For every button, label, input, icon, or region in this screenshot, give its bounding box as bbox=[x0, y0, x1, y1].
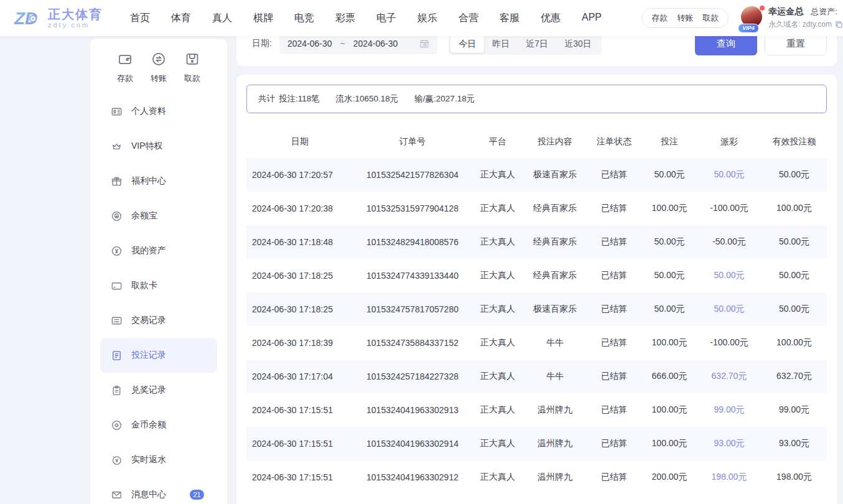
rebate-icon bbox=[111, 454, 123, 466]
table-row[interactable]: 2024-06-30 17:18:48 1015324829418008576 … bbox=[246, 225, 827, 259]
nav-item[interactable]: APP bbox=[582, 12, 602, 25]
cell-status: 已结算 bbox=[586, 158, 642, 192]
cell-content: 牛牛 bbox=[524, 326, 586, 360]
sidebar-menu-item[interactable]: 交易记录 bbox=[100, 303, 217, 338]
sidebar: 存款 转账 取款 个人资料 VIP特权 bbox=[90, 39, 227, 504]
sidebar-menu-item[interactable]: 余额宝 bbox=[100, 198, 217, 233]
date-separator: ~ bbox=[340, 39, 345, 49]
nav-item[interactable]: 优惠 bbox=[541, 12, 561, 25]
quick-action[interactable]: 取款 bbox=[176, 51, 208, 84]
cell-content: 温州牌九 bbox=[524, 393, 586, 427]
cell-platform: 正大真人 bbox=[472, 259, 524, 292]
sidebar-menu-item[interactable]: 实时返水 bbox=[100, 442, 217, 477]
table-row[interactable]: 2024-06-30 17:15:51 1015324041963302913 … bbox=[246, 393, 827, 427]
brand-logo[interactable]: ZD 正大体育 zdty.com bbox=[14, 7, 103, 29]
nav-item[interactable]: 电子 bbox=[376, 12, 396, 25]
wallet-action[interactable]: 取款 bbox=[702, 12, 719, 24]
cell-order-id: 1015325315977904128 bbox=[353, 192, 472, 225]
sidebar-menu-item[interactable]: 个人资料 bbox=[100, 94, 217, 129]
cell-bet: 200.00元 bbox=[642, 460, 697, 494]
table-row[interactable]: 2024-06-30 17:18:39 1015324735884337152 … bbox=[246, 326, 827, 360]
table-row[interactable]: 2024-06-30 17:18:25 1015324757817057280 … bbox=[246, 292, 827, 326]
cell-payout: -100.00元 bbox=[710, 337, 748, 347]
cell-bet: 50.00元 bbox=[642, 292, 697, 326]
bet-records-table: 日期订单号平台投注内容注单状态投注派彩有效投注额 2024-06-30 17:2… bbox=[246, 126, 827, 494]
column-header: 订单号 bbox=[353, 126, 472, 158]
cell-valid-bet: 50.00元 bbox=[761, 158, 827, 192]
wallet-actions: 存款转账取款 bbox=[641, 8, 729, 28]
brand-name: 正大体育 bbox=[48, 7, 103, 21]
user-info[interactable]: VIP4 幸运金总 总资产: 永久域名: zdty.com bbox=[741, 6, 843, 30]
sidebar-menu-item[interactable]: VIP特权 bbox=[100, 129, 217, 164]
quick-action[interactable]: 转账 bbox=[142, 51, 175, 84]
wallet-action[interactable]: 转账 bbox=[677, 12, 693, 24]
nav-item[interactable]: 客服 bbox=[500, 12, 519, 25]
column-header: 日期 bbox=[246, 126, 353, 158]
sidebar-menu-item[interactable]: 兑奖记录 bbox=[100, 373, 217, 408]
nav-item[interactable]: 合营 bbox=[459, 12, 478, 25]
cell-date: 2024-06-30 17:18:25 bbox=[246, 292, 353, 326]
cell-valid-bet: 50.00元 bbox=[761, 259, 827, 292]
nav-item[interactable]: 彩票 bbox=[335, 12, 355, 25]
quick-action[interactable]: 存款 bbox=[109, 51, 141, 84]
copy-icon[interactable] bbox=[835, 21, 843, 29]
nav-item[interactable]: 电竞 bbox=[294, 12, 314, 25]
column-header: 派彩 bbox=[697, 126, 761, 158]
sidebar-menu: 个人资料 VIP特权 福利中心 余额宝 bbox=[90, 94, 227, 504]
table-row[interactable]: 2024-06-30 17:15:51 1015324041963302912 … bbox=[246, 460, 827, 494]
column-header: 投注 bbox=[642, 126, 697, 158]
summary-winloss: 输/赢:2027.18元 bbox=[414, 93, 475, 105]
cell-date: 2024-06-30 17:15:51 bbox=[246, 427, 353, 460]
cell-valid-bet: 99.00元 bbox=[761, 393, 827, 427]
sidebar-menu-item[interactable]: 投注记录 bbox=[100, 338, 217, 373]
atm-icon bbox=[184, 51, 200, 70]
summary-bets: 投注:118笔 bbox=[279, 93, 320, 105]
cell-bet: 100.00元 bbox=[642, 427, 697, 460]
wallet-action[interactable]: 存款 bbox=[651, 12, 668, 24]
nav-item[interactable]: 真人 bbox=[212, 12, 232, 25]
nav-item[interactable]: 娱乐 bbox=[417, 12, 437, 25]
message-icon bbox=[111, 489, 123, 501]
nav-item[interactable]: 体育 bbox=[171, 12, 191, 25]
cell-bet: 50.00元 bbox=[642, 259, 697, 292]
table-body: 2024-06-30 17:20:57 1015325421577826304 … bbox=[246, 158, 827, 494]
cell-valid-bet: 100.00元 bbox=[761, 192, 827, 225]
cell-valid-bet: 50.00元 bbox=[761, 292, 827, 326]
username: 幸运金总 bbox=[768, 6, 803, 17]
sidebar-menu-item[interactable]: 福利中心 bbox=[100, 164, 217, 198]
cell-payout: 93.00元 bbox=[714, 438, 744, 448]
table-row[interactable]: 2024-06-30 17:18:25 1015324774339133440 … bbox=[246, 259, 827, 292]
sidebar-quick-actions: 存款 转账 取款 bbox=[90, 39, 227, 84]
sidebar-menu-item[interactable]: 金币余额 bbox=[100, 408, 217, 442]
cell-status: 已结算 bbox=[586, 326, 642, 360]
date-range-option[interactable]: 今日 bbox=[450, 35, 484, 53]
brand-mark-icon: ZD bbox=[14, 7, 42, 29]
cell-order-id: 1015325421577826304 bbox=[353, 158, 472, 192]
summary-turnover: 流水:10650.18元 bbox=[336, 93, 399, 105]
cell-platform: 正大真人 bbox=[472, 360, 524, 393]
nav-item[interactable]: 棋牌 bbox=[253, 12, 273, 25]
table-row[interactable]: 2024-06-30 17:20:38 1015325315977904128 … bbox=[246, 192, 827, 225]
date-range-input[interactable]: 2024-06-30 ~ 2024-06-30 bbox=[279, 33, 437, 54]
date-range-option[interactable]: 昨日 bbox=[484, 35, 518, 53]
cell-status: 已结算 bbox=[586, 292, 642, 326]
cell-payout: 198.00元 bbox=[712, 472, 747, 482]
cell-content: 极速百家乐 bbox=[524, 292, 586, 326]
sidebar-menu-item[interactable]: 我的资产 bbox=[100, 233, 217, 268]
sidebar-menu-item[interactable]: 消息中心 21 bbox=[100, 477, 217, 504]
cell-bet: 50.00元 bbox=[642, 225, 697, 259]
table-row[interactable]: 2024-06-30 17:15:51 1015324041963302914 … bbox=[246, 427, 827, 460]
sidebar-menu-item[interactable]: 取款卡 bbox=[100, 268, 217, 303]
nav-item[interactable]: 首页 bbox=[130, 12, 150, 25]
cell-content: 经典百家乐 bbox=[524, 225, 586, 259]
table-row[interactable]: 2024-06-30 17:20:57 1015325421577826304 … bbox=[246, 158, 827, 192]
cell-valid-bet: 198.00元 bbox=[761, 460, 827, 494]
table-row[interactable]: 2024-06-30 17:17:04 1015324257184227328 … bbox=[246, 360, 827, 393]
brand-domain: zdty.com bbox=[48, 21, 103, 29]
cell-valid-bet: 632.70元 bbox=[761, 360, 827, 393]
cell-platform: 正大真人 bbox=[472, 460, 524, 494]
records-panel: 共计 投注:118笔 流水:10650.18元 输/赢:2027.18元 日期订… bbox=[236, 75, 837, 504]
cell-platform: 正大真人 bbox=[472, 192, 524, 225]
date-range-option[interactable]: 近7日 bbox=[518, 35, 556, 53]
date-range-option[interactable]: 近30日 bbox=[556, 35, 600, 53]
